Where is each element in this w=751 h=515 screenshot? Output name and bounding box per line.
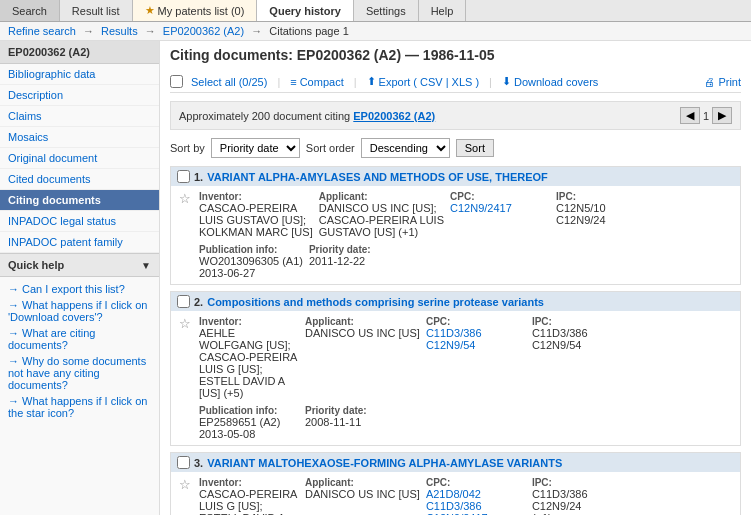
qh-link-5[interactable]: What happens if I click on the star icon… (8, 393, 151, 421)
nav-patents[interactable]: ★ My patents list (0) (133, 0, 258, 21)
field-inventor-1: Inventor: CASCAO-PEREIRALUIS GUSTAVO [US… (199, 191, 313, 238)
field-ipc-1: IPC: C12N5/10C12N9/24 (556, 191, 656, 238)
download-covers-btn[interactable]: ⬇ Download covers (502, 75, 598, 88)
nav-help[interactable]: Help (419, 0, 467, 21)
field-priority-1: Priority date: 2011-12-22 (309, 244, 409, 279)
sidebar-item-original[interactable]: Original document (0, 148, 159, 169)
field-pub-1: Publication info: WO2013096305 (A1)2013-… (199, 244, 303, 279)
quick-help-header: Quick help ▼ (0, 253, 159, 277)
field-ipc-3: IPC: C11D3/386C12N9/24(+1) (532, 477, 632, 515)
quick-help-toggle[interactable]: ▼ (141, 260, 151, 271)
field-cpc-2: CPC: C11D3/386 C12N9/54 (426, 316, 526, 399)
field-cpc-3: CPC: A21D8/042 C11D3/386 C12N9/2417 (+1) (426, 477, 526, 515)
select-all-checkbox[interactable] (170, 75, 183, 88)
field-pub-2: Publication info: EP2589651 (A2)2013-05-… (199, 405, 299, 440)
qh-link-3[interactable]: What are citing documents? (8, 325, 151, 353)
result-header-2: 2. Compositions and methods comprising s… (171, 292, 740, 311)
breadcrumb-results[interactable]: Results (101, 25, 138, 37)
breadcrumb: Refine search → Results → EP0200362 (A2)… (0, 22, 751, 41)
field-applicant-2: Applicant: DANISCO US INC [US] (305, 316, 420, 399)
sort-by-select[interactable]: Priority date (211, 138, 300, 158)
sort-button[interactable]: Sort (456, 139, 494, 157)
sort-bar: Sort by Priority date Sort order Descend… (170, 138, 741, 158)
result-header-3: 3. VARIANT MALTOHEXAOSE-FORMING ALPHA-AM… (171, 453, 740, 472)
main-layout: EP0200362 (A2) Bibliographic data Descri… (0, 41, 751, 515)
sidebar-item-bibliographic[interactable]: Bibliographic data (0, 64, 159, 85)
sidebar-item-claims[interactable]: Claims (0, 106, 159, 127)
compact-btn[interactable]: ≡ Compact (290, 76, 343, 88)
field-priority-2: Priority date: 2008-11-11 (305, 405, 405, 440)
info-bar-patent-link[interactable]: EP0200362 (A2) (353, 110, 435, 122)
result-3-checkbox[interactable] (177, 456, 190, 469)
page-nav: ◀ 1 ▶ (680, 107, 732, 124)
result-3-star[interactable]: ☆ (179, 477, 191, 515)
cpc-2-link-2[interactable]: C12N9/54 (426, 339, 476, 351)
quick-help-title: Quick help (8, 259, 64, 271)
nav-query-history[interactable]: Query history (257, 0, 354, 21)
star-icon: ★ (145, 4, 155, 17)
nav-settings[interactable]: Settings (354, 0, 419, 21)
sidebar: EP0200362 (A2) Bibliographic data Descri… (0, 41, 160, 515)
sidebar-patent-id: EP0200362 (A2) (0, 41, 159, 64)
print-icon: 🖨 (704, 76, 715, 88)
field-applicant-1: Applicant: DANISCO US INC [US];CASCAO-PE… (319, 191, 444, 238)
page-nav-prev[interactable]: ◀ (680, 107, 700, 124)
result-item-2: 2. Compositions and methods comprising s… (170, 291, 741, 446)
result-item-3: 3. VARIANT MALTOHEXAOSE-FORMING ALPHA-AM… (170, 452, 741, 515)
qh-link-4[interactable]: Why do some documents not have any citin… (8, 353, 151, 393)
breadcrumb-refine[interactable]: Refine search (8, 25, 76, 37)
field-cpc-1: CPC: C12N9/2417 (450, 191, 550, 238)
sidebar-item-citing[interactable]: Citing documents (0, 190, 159, 211)
export-icon: ⬆ (367, 75, 376, 88)
field-inventor-3: Inventor: CASCAO-PEREIRALUIS G [US];ESTE… (199, 477, 299, 515)
page-nav-next[interactable]: ▶ (712, 107, 732, 124)
field-applicant-3: Applicant: DANISCO US INC [US] (305, 477, 420, 515)
nav-result-list[interactable]: Result list (60, 0, 133, 21)
cpc-3-link-1[interactable]: A21D8/042 (426, 488, 481, 500)
print-btn[interactable]: 🖨 Print (704, 76, 741, 88)
result-body-2: ☆ Inventor: AEHLEWOLFGANG [US];CASCAO-PE… (171, 311, 740, 445)
export-btn[interactable]: ⬆ Export (CSV | XLS) (367, 75, 480, 88)
select-all-label[interactable]: Select all (0/25) (191, 76, 267, 88)
download-icon: ⬇ (502, 75, 511, 88)
cpc-1-link[interactable]: C12N9/2417 (450, 202, 512, 214)
sidebar-item-mosaics[interactable]: Mosaics (0, 127, 159, 148)
result-1-star[interactable]: ☆ (179, 191, 191, 279)
nav-search[interactable]: Search (0, 0, 60, 21)
qh-link-1[interactable]: Can I export this list? (8, 281, 151, 297)
compact-icon: ≡ (290, 76, 296, 88)
page-title: Citing documents: EP0200362 (A2) — 1986-… (170, 47, 741, 63)
quick-help-content: Can I export this list? What happens if … (0, 277, 159, 425)
cpc-2-link-1[interactable]: C11D3/386 (426, 327, 482, 339)
result-item-1: 1. VARIANT ALPHA-AMYLASES AND METHODS OF… (170, 166, 741, 285)
top-nav: Search Result list ★ My patents list (0)… (0, 0, 751, 22)
result-1-title[interactable]: VARIANT ALPHA-AMYLASES AND METHODS OF US… (207, 171, 548, 183)
result-2-title[interactable]: Compositions and methods comprising seri… (207, 296, 544, 308)
field-ipc-2: IPC: C11D3/386C12N9/54 (532, 316, 632, 399)
result-3-title[interactable]: VARIANT MALTOHEXAOSE-FORMING ALPHA-AMYLA… (207, 457, 562, 469)
result-header-1: 1. VARIANT ALPHA-AMYLASES AND METHODS OF… (171, 167, 740, 186)
breadcrumb-current: Citations page 1 (269, 25, 349, 37)
result-body-3: ☆ Inventor: CASCAO-PEREIRALUIS G [US];ES… (171, 472, 740, 515)
qh-link-2[interactable]: What happens if I click on 'Download cov… (8, 297, 151, 325)
sidebar-item-legal[interactable]: INPADOC legal status (0, 211, 159, 232)
cpc-3-link-2[interactable]: C11D3/386 (426, 500, 482, 512)
sort-order-select[interactable]: Descending Ascending (361, 138, 450, 158)
sidebar-item-description[interactable]: Description (0, 85, 159, 106)
result-2-checkbox[interactable] (177, 295, 190, 308)
field-inventor-2: Inventor: AEHLEWOLFGANG [US];CASCAO-PERE… (199, 316, 299, 399)
result-2-star[interactable]: ☆ (179, 316, 191, 440)
toolbar: Select all (0/25) | ≡ Compact | ⬆ Export… (170, 71, 741, 93)
result-1-checkbox[interactable] (177, 170, 190, 183)
info-bar: Approximately 200 document citing EP0200… (170, 101, 741, 130)
breadcrumb-patent[interactable]: EP0200362 (A2) (163, 25, 244, 37)
result-body-1: ☆ Inventor: CASCAO-PEREIRALUIS GUSTAVO [… (171, 186, 740, 284)
sidebar-item-cited[interactable]: Cited documents (0, 169, 159, 190)
content-area: Citing documents: EP0200362 (A2) — 1986-… (160, 41, 751, 515)
sidebar-item-family[interactable]: INPADOC patent family (0, 232, 159, 253)
